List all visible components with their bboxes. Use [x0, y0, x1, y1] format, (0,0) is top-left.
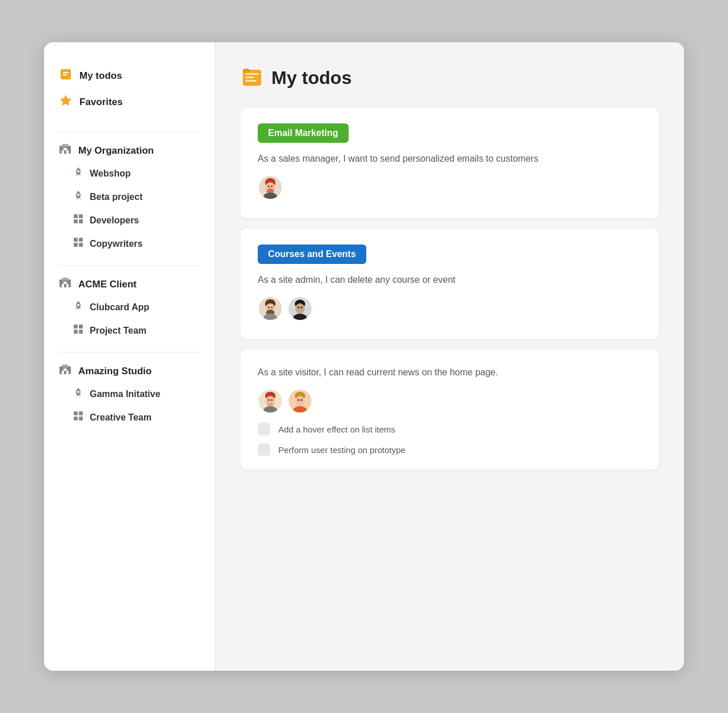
page-header-icon — [241, 65, 263, 90]
svg-point-72 — [298, 399, 299, 401]
sidebar-item-my-todos[interactable]: My todos — [58, 63, 201, 89]
org-icon — [58, 142, 73, 159]
svg-rect-10 — [74, 214, 78, 218]
sidebar-item-project-team-label: Project Team — [90, 326, 146, 336]
sidebar-item-creative-team[interactable]: Creative Team — [67, 406, 201, 428]
task-item-2: Perform user testing on prototype — [258, 443, 642, 456]
card-tasks: Add a hover effect on list items Perform… — [258, 423, 642, 456]
sidebar-item-favorites[interactable]: Favorites — [58, 89, 201, 115]
svg-rect-40 — [245, 77, 254, 78]
svg-rect-26 — [74, 330, 78, 334]
sidebar-section-my-organization-label: My Organization — [78, 145, 154, 157]
sidebar-item-project-team[interactable]: Project Team — [67, 319, 201, 342]
avatar-3 — [287, 296, 313, 321]
sidebar-top-section: My todos Favorites — [44, 63, 215, 115]
task-label-2: Perform user testing on prototype — [278, 445, 406, 455]
sidebar-acme-children: Clubcard App Project Team — [58, 296, 201, 342]
svg-rect-30 — [63, 368, 67, 371]
svg-point-58 — [295, 303, 305, 314]
sidebar: My todos Favorites — [44, 42, 215, 671]
sidebar-divider-3 — [58, 352, 201, 353]
svg-point-73 — [301, 399, 302, 401]
svg-rect-17 — [79, 243, 83, 247]
page-header: My todos — [241, 65, 659, 90]
avatar-2 — [258, 296, 283, 321]
svg-point-66 — [268, 399, 270, 401]
sidebar-section-acme-label: ACME Client — [78, 279, 137, 290]
svg-rect-15 — [79, 238, 83, 242]
sidebar-item-clubcard-label: Clubcard App — [90, 302, 149, 313]
svg-rect-1 — [63, 72, 69, 73]
svg-rect-41 — [245, 80, 257, 82]
svg-rect-24 — [74, 325, 78, 329]
page-title: My todos — [271, 67, 351, 89]
task-checkbox-1[interactable] — [258, 423, 270, 435]
svg-point-65 — [267, 403, 274, 406]
sidebar-item-copywriters-label: Copywriters — [90, 239, 142, 249]
card-site-visitor-avatars — [258, 388, 642, 414]
card-email-marketing: Email Marketing As a sales manager, I wa… — [241, 107, 659, 218]
rocket-icon-gamma — [71, 387, 85, 401]
task-label-1: Add a hover effect on list items — [278, 424, 395, 434]
avatar-1 — [258, 175, 283, 200]
rocket-icon-webshop — [71, 166, 85, 181]
svg-rect-25 — [79, 325, 83, 329]
svg-rect-19 — [62, 278, 68, 281]
sidebar-item-gamma-label: Gamma Initative — [90, 389, 161, 399]
card-courses-events: Courses and Events As a site admin, I ca… — [241, 229, 659, 339]
task-checkbox-2[interactable] — [258, 443, 270, 456]
badge-courses-events: Courses and Events — [258, 245, 366, 264]
svg-point-59 — [298, 307, 299, 309]
sidebar-my-org-children: Webshop Beta project — [58, 162, 201, 255]
svg-rect-29 — [62, 364, 68, 367]
sidebar-item-webshop[interactable]: Webshop — [67, 162, 201, 185]
svg-rect-2 — [63, 74, 67, 75]
svg-point-60 — [301, 307, 302, 309]
sidebar-item-my-todos-label: My todos — [79, 70, 122, 82]
todos-icon — [58, 67, 74, 85]
sidebar-section-acme-header[interactable]: ACME Client — [58, 270, 201, 296]
card-courses-description: As a site admin, I can delete any course… — [258, 273, 642, 287]
svg-rect-34 — [74, 411, 78, 415]
badge-email-marketing: Email Marketing — [258, 123, 349, 143]
svg-rect-11 — [79, 214, 83, 218]
svg-rect-6 — [62, 150, 64, 154]
rocket-icon-clubcard — [71, 300, 85, 314]
svg-rect-16 — [74, 243, 78, 247]
svg-point-67 — [271, 399, 273, 401]
svg-point-53 — [268, 307, 270, 309]
star-icon — [58, 94, 74, 111]
svg-point-23 — [77, 304, 79, 306]
svg-point-8 — [77, 170, 79, 173]
svg-point-33 — [77, 391, 79, 393]
sidebar-item-developers-label: Developers — [90, 215, 139, 226]
svg-rect-22 — [66, 284, 69, 287]
svg-rect-37 — [79, 416, 83, 420]
sidebar-item-developers[interactable]: Developers — [67, 209, 201, 231]
svg-point-9 — [77, 194, 79, 196]
svg-rect-39 — [245, 73, 259, 75]
sidebar-section-amazing-label: Amazing Studio — [78, 366, 151, 377]
svg-rect-4 — [62, 144, 68, 147]
svg-rect-12 — [74, 219, 78, 223]
sidebar-item-copywriters[interactable]: Copywriters — [67, 233, 201, 255]
svg-point-47 — [271, 186, 273, 187]
org-icon-amazing — [58, 363, 73, 379]
sidebar-section-my-organization-header[interactable]: My Organization — [58, 137, 201, 162]
svg-rect-36 — [74, 416, 78, 420]
sidebar-section-amazing-header[interactable]: Amazing Studio — [58, 357, 201, 383]
sidebar-section-acme-client: ACME Client Clubcard App — [44, 270, 215, 342]
sidebar-item-beta-project[interactable]: Beta project — [67, 186, 201, 208]
sidebar-item-clubcard-app[interactable]: Clubcard App — [67, 296, 201, 318]
card-courses-avatars — [258, 296, 642, 321]
svg-rect-20 — [63, 282, 67, 284]
grid-icon-developers — [71, 213, 85, 227]
sidebar-section-amazing-studio: Amazing Studio Gamma Initative — [44, 357, 215, 428]
sidebar-amazing-children: Gamma Initative Creative Team — [58, 383, 201, 428]
svg-rect-27 — [79, 330, 83, 334]
svg-rect-13 — [79, 219, 83, 223]
sidebar-item-gamma[interactable]: Gamma Initative — [67, 383, 201, 405]
svg-rect-7 — [66, 150, 69, 154]
sidebar-divider-2 — [58, 265, 201, 266]
grid-icon-creative-team — [71, 410, 85, 424]
